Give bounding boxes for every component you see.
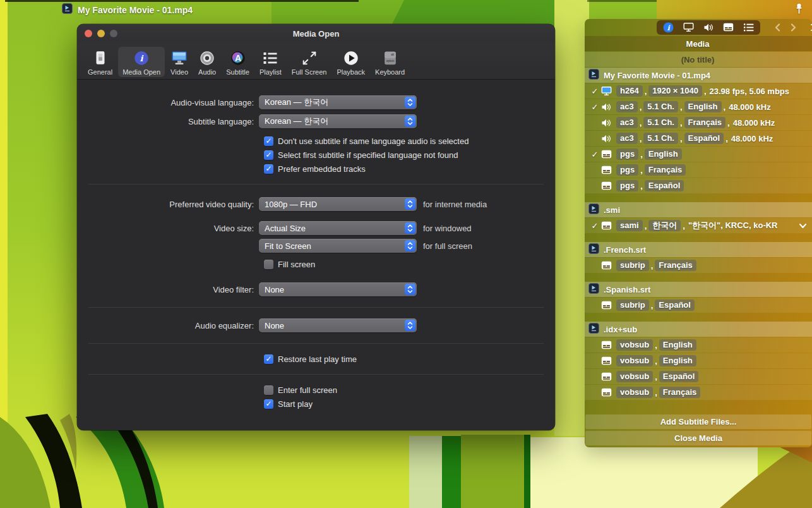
subtitle-track-icon xyxy=(601,388,616,397)
sidebar-track-row[interactable]: vobsub,Français xyxy=(585,385,812,400)
file-name: .Spanish.srt xyxy=(604,285,650,294)
track-badge: vobsub xyxy=(616,355,653,366)
track-badge: vobsub xyxy=(616,387,653,398)
subtitle-track-icon xyxy=(601,341,616,349)
track-badge: English xyxy=(659,339,696,351)
sidebar-file-row[interactable]: My Favorite Movie - 01.mp4 xyxy=(585,68,812,83)
sidebar-subheader: (No title) xyxy=(585,52,812,67)
chevron-right-icon[interactable] xyxy=(790,23,797,32)
fill-screen-checkbox[interactable] xyxy=(264,260,273,269)
chevron-down-icon[interactable] xyxy=(799,223,807,229)
track-badge: ac3 xyxy=(616,133,638,144)
sidebar-tool-speaker-icon[interactable] xyxy=(703,23,713,32)
add-subtitle-files-button[interactable]: Add Subtitle Files... xyxy=(585,414,811,429)
av-language-popup[interactable]: Korean — 한국어 xyxy=(259,95,417,109)
sidebar-track-row[interactable]: ac3,5.1 Ch.,Español,48.000 kHz xyxy=(585,131,812,146)
popup-stepper-icon xyxy=(405,222,415,234)
sidebar-tool-list-icon[interactable] xyxy=(743,23,754,32)
prefs-tab-playlist[interactable]: Playlist xyxy=(255,47,286,77)
media-file-icon xyxy=(588,323,599,336)
full-screen-icon xyxy=(301,49,318,67)
field-label: Video size: xyxy=(77,224,259,233)
sidebar-track-row[interactable]: vobsub,English xyxy=(585,337,812,353)
track-badge: 5.1 Ch. xyxy=(643,101,678,112)
track-badge: vobsub xyxy=(616,371,653,382)
audio-equalizer-popup[interactable]: None xyxy=(259,318,417,332)
dont-use-subtitle-checkbox[interactable] xyxy=(264,136,273,146)
prefs-tab-keyboard[interactable]: altoptionKeyboard xyxy=(371,47,409,77)
prefs-toolbar: GeneraliMedia OpenVideoAudioASubtitlePla… xyxy=(77,43,555,80)
sidebar-track-row[interactable]: vobsub,Español xyxy=(585,369,812,384)
display-track-icon xyxy=(601,86,616,96)
media-open-icon: i xyxy=(133,49,150,67)
track-checkmark: ✓ xyxy=(588,87,601,96)
prefs-tab-label: Playlist xyxy=(260,68,282,76)
start-play-checkbox[interactable] xyxy=(264,399,273,409)
prefs-tab-playback[interactable]: Playback xyxy=(332,47,369,77)
prefs-tab-media-open[interactable]: iMedia Open xyxy=(118,47,165,77)
chevron-left-icon[interactable] xyxy=(774,23,781,32)
svg-text:alt: alt xyxy=(391,53,395,56)
sidebar-track-row[interactable]: ✓sami,한국어,"한국어", KRCC, ko-KR xyxy=(585,218,812,233)
sidebar-file-row[interactable]: .idx+sub xyxy=(585,322,812,337)
prefs-tab-video[interactable]: Video xyxy=(166,47,193,77)
pin-icon[interactable] xyxy=(794,3,804,18)
prefs-tab-label: Keyboard xyxy=(375,68,405,76)
sidebar-track-row[interactable]: vobsub,English xyxy=(585,353,812,368)
sidebar-track-row[interactable]: pgs,Français xyxy=(585,162,812,178)
subtitle-track-icon xyxy=(601,150,616,159)
track-badge: ac3 xyxy=(616,117,638,128)
sidebar-track-row[interactable]: subrip,Français xyxy=(585,258,812,273)
enter-full-screen-checkbox[interactable] xyxy=(264,385,273,395)
close-media-button[interactable]: Close Media xyxy=(585,431,811,445)
track-badge: 5.1 Ch. xyxy=(643,117,678,128)
sidebar-tool-display-icon[interactable] xyxy=(683,22,694,32)
track-detail-text: 48.000 kHz xyxy=(730,134,773,143)
video-quality-popup[interactable]: 1080p — FHD xyxy=(259,197,417,211)
prefs-tab-label: Audio xyxy=(198,68,216,76)
sidebar-track-row[interactable]: ✓h264,1920 × 1040,23.98 fps, 5.06 mbps xyxy=(585,83,812,99)
sidebar-tool-subtitle-icon[interactable] xyxy=(723,23,734,32)
preferences-window: Media Open GeneraliMedia OpenVideoAudioA… xyxy=(77,24,555,430)
track-badge: 한국어 xyxy=(648,220,681,231)
prefs-content: Audio-visual language: Korean — 한국어 Subt… xyxy=(77,80,555,411)
track-badge: pgs xyxy=(616,148,638,160)
player-title-overlay: My Favorite Movie - 01.mp4 xyxy=(62,3,193,16)
field-label: Audio equalizer: xyxy=(77,321,259,330)
prefs-tab-audio[interactable]: Audio xyxy=(194,47,220,77)
field-label: Audio-visual language: xyxy=(77,98,259,107)
sidebar-track-row[interactable]: subrip,Español xyxy=(585,298,812,313)
sidebar-file-row[interactable]: .French.srt xyxy=(585,242,812,257)
speaker-track-icon xyxy=(601,118,616,128)
video-size-windowed-popup[interactable]: Actual Size xyxy=(259,221,417,235)
sidebar-track-row[interactable]: ac3,5.1 Ch.,Français,48.000 kHz xyxy=(585,115,812,130)
video-size-fullscreen-popup[interactable]: Fit to Screen xyxy=(259,239,417,253)
track-detail-text: "한국어", KRCC, ko-KR xyxy=(687,220,778,231)
prefs-tab-full-screen[interactable]: Full Screen xyxy=(287,47,331,77)
prefs-tab-general[interactable]: General xyxy=(83,47,117,77)
prefs-titlebar[interactable]: Media Open xyxy=(77,24,555,43)
field-label: Subtitle language: xyxy=(77,117,259,126)
subtitle-track-icon xyxy=(601,356,616,365)
select-first-subtitle-checkbox[interactable] xyxy=(264,150,273,160)
prefs-tab-label: Playback xyxy=(337,68,365,76)
sidebar-toolbar: i xyxy=(585,19,812,35)
subtitle-language-popup[interactable]: Korean — 한국어 xyxy=(259,114,417,128)
prefer-embedded-checkbox[interactable] xyxy=(264,164,273,174)
subtitle-icon: A xyxy=(229,49,247,67)
sidebar-tool-info-icon[interactable]: i xyxy=(663,22,674,33)
popup-stepper-icon xyxy=(405,198,415,210)
sidebar-track-row[interactable]: pgs,Español xyxy=(585,178,812,193)
sidebar-track-row[interactable]: ✓ac3,5.1 Ch.,English,48.000 kHz xyxy=(585,99,812,114)
restore-play-time-checkbox[interactable] xyxy=(264,354,273,364)
track-badge: Français xyxy=(684,117,725,128)
sidebar-track-row[interactable]: ✓pgs,English xyxy=(585,147,812,162)
prefs-tab-subtitle[interactable]: ASubtitle xyxy=(222,47,254,77)
divider xyxy=(88,343,544,344)
video-filter-popup[interactable]: None xyxy=(259,282,417,296)
sidebar-file-row[interactable]: .Spanish.srt xyxy=(585,282,812,297)
sidebar-file-row[interactable]: .smi xyxy=(585,202,812,217)
file-name: .idx+sub xyxy=(604,325,637,334)
playing-filename: My Favorite Movie - 01.mp4 xyxy=(78,5,193,15)
track-checkmark: ✓ xyxy=(588,221,601,231)
